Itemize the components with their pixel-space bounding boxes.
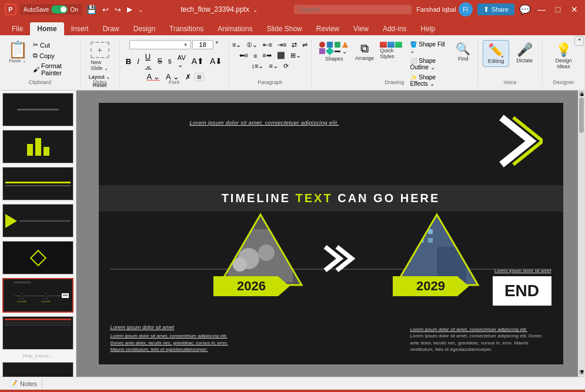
shadow-button[interactable]: s [166, 56, 174, 66]
tab-insert[interactable]: Insert [64, 22, 96, 35]
vertical-scrollbar[interactable]: ▲ ▼ [578, 91, 585, 377]
arrange-button[interactable]: ⧉ Arrange [355, 40, 375, 63]
increase-font-button[interactable]: A⬆ [189, 55, 206, 67]
slide-thumbnail-8[interactable] [2, 130, 73, 163]
shape-outline-button[interactable]: ⬜ Shape Outline ⌄ [407, 56, 451, 72]
align-text-button[interactable]: ≡⌄ [266, 61, 280, 71]
slide-thumbnail-10[interactable] [2, 204, 73, 237]
tab-design[interactable]: Design [126, 22, 162, 35]
title-bar: P AutoSave On 💾 ↩ ↪ ▶ ⌄ tech_flow_23394.… [0, 0, 585, 19]
strikethrough-button[interactable]: S [155, 56, 165, 66]
scroll-thumb[interactable] [579, 98, 584, 133]
slide-item-14[interactable]: 14 FLOW [2, 362, 73, 377]
undo-button[interactable]: ↩ [101, 4, 110, 15]
tab-home[interactable]: Home [30, 22, 63, 35]
slide-item-7[interactable]: 7 [2, 93, 73, 126]
minimize-button[interactable]: — [536, 4, 547, 15]
align-center-button[interactable]: ≡ [251, 51, 259, 61]
underline-button[interactable]: U ⌄ [143, 51, 154, 71]
present-button[interactable]: ▶ [126, 4, 133, 15]
font-size-caret[interactable]: ▼ [215, 40, 219, 49]
tab-slideshow[interactable]: Slide Show [260, 22, 309, 35]
scroll-up-button[interactable]: ▲ [579, 92, 584, 96]
format-painter-button[interactable]: 🖌Format Painter [31, 61, 75, 78]
bullets-button[interactable]: ≡⌄ [230, 40, 243, 50]
slide-thumbnail-9[interactable] [2, 167, 73, 200]
search-input[interactable] [294, 5, 412, 14]
slide-thumbnail-7[interactable] [2, 93, 73, 126]
design-ideas-label: Design Ideas [552, 58, 575, 69]
maximize-button[interactable]: □ [552, 4, 564, 15]
columns-button[interactable]: ⊞⌄ [288, 51, 303, 61]
autosave-toggle[interactable]: AutoSave On [20, 4, 82, 15]
ribbon-group-clipboard: 📋 Paste ⌄ ✂Cut ⧉Copy 🖌Format Painter Cli… [0, 38, 81, 88]
filename-caret[interactable]: ⌄ [253, 6, 258, 13]
redo-button[interactable]: ↪ [113, 4, 122, 15]
align-right-button[interactable]: ≡➡ [260, 51, 273, 61]
tab-addins[interactable]: Add-ins [376, 22, 414, 35]
new-slide-button[interactable]: + NewSlide ⌄ [85, 40, 115, 73]
tab-help[interactable]: Help [414, 22, 443, 35]
line-spacing-button[interactable]: ↕≡⌄ [249, 61, 266, 71]
quick-styles-icon [380, 42, 402, 48]
slide-item-9[interactable]: 9 ★ [2, 167, 73, 200]
shapes-button[interactable]: ⌄ Shapes [316, 40, 352, 63]
slide-item-10[interactable]: 10 [2, 204, 73, 237]
decrease-font-button[interactable]: A⬇ [208, 55, 225, 67]
end-box: Lorem ipsum dolor sit amet END [493, 276, 551, 306]
cut-button[interactable]: ✂Cut [31, 40, 75, 50]
notes-tab[interactable]: 📝 Notes [5, 378, 42, 388]
filename: tech_flow_23394.pptx [180, 5, 249, 14]
dictate-button[interactable]: 🎤 Dictate [512, 40, 537, 67]
autosave-switch[interactable] [51, 5, 68, 14]
share-button[interactable]: ⬆ Share [477, 4, 514, 15]
customize-qat[interactable]: ⌄ [137, 5, 144, 14]
comments-button[interactable]: 💬 [519, 4, 531, 15]
slide-item-11[interactable]: 11 ★ [2, 241, 73, 274]
justify-button[interactable]: ⬛ [275, 51, 288, 61]
italic-button[interactable]: I [135, 56, 142, 67]
slide-canvas[interactable]: Lorem ipsum dolor sit amet, consectetuer… [99, 103, 563, 364]
convert-smartart-button[interactable]: ⇌ [300, 40, 310, 50]
slide-item-12[interactable]: 12 END Lorem ipsum... [2, 278, 73, 313]
slide-thumbnail-12[interactable]: END Lorem ipsum... [2, 278, 73, 313]
app-icon: P [5, 4, 16, 15]
tab-review[interactable]: Review [309, 22, 346, 35]
slide-item-8[interactable]: 8 ★ [2, 130, 73, 163]
char-spacing-button[interactable]: AV ⌄ [175, 53, 188, 70]
slide-item-13[interactable]: 13 Help_Instruc... [2, 316, 73, 359]
slide-thumbnail-13[interactable] [2, 316, 73, 350]
indent-increase-button[interactable]: ⇥≡ [275, 40, 289, 50]
copy-button[interactable]: ⧉Copy [31, 51, 75, 61]
autosave-state: On [70, 6, 78, 13]
tab-view[interactable]: View [346, 22, 376, 35]
align-left-button[interactable]: ⬅≡ [237, 51, 250, 61]
find-button[interactable]: 🔍 Find [454, 40, 473, 63]
end-lorem-label: Lorem ipsum dolor sit amet [494, 268, 551, 273]
save-button[interactable]: 💾 [85, 4, 98, 15]
quick-styles-button[interactable]: Quick Styles [377, 40, 405, 61]
ribbon-collapse-button[interactable]: ⌃ [574, 36, 584, 46]
tab-draw[interactable]: Draw [96, 22, 126, 35]
timeline-text: TIMELINE TEXT CAN GO HERE [222, 192, 440, 205]
rtl-ltr-button[interactable]: ⇄ [289, 40, 299, 50]
bold-button[interactable]: B [123, 56, 133, 67]
font-family-selector[interactable]: ▼ [129, 40, 191, 49]
tab-transitions[interactable]: Transitions [162, 22, 210, 35]
tab-animations[interactable]: Animations [210, 22, 259, 35]
new-slide-icon: + [91, 42, 109, 58]
slide-thumbnail-11[interactable] [2, 241, 73, 274]
close-button[interactable]: ✕ [569, 4, 580, 15]
tab-file[interactable]: File [5, 22, 30, 35]
smartart-button[interactable]: ⟳ [281, 61, 291, 71]
bottom-left-body-text: Lorem ipsum dolor sit amet, consectetuer… [111, 333, 228, 351]
slide-thumbnail-14[interactable]: FLOW [2, 362, 73, 377]
editing-button[interactable]: ✏️ Editing [483, 40, 510, 67]
shape-fill-button[interactable]: 🪣 Shape Fill ⌄ [407, 40, 451, 55]
scroll-down-button[interactable]: ▼ [579, 370, 584, 374]
numbering-button[interactable]: ①⌄ [244, 40, 260, 50]
font-size-selector[interactable]: 18 [192, 40, 213, 49]
paste-button[interactable]: 📋 Paste ⌄ [5, 40, 31, 65]
bottom-right-body-text: Lorem ipsum dolor sit amet, consectetuer… [410, 333, 543, 351]
indent-decrease-button[interactable]: ⇤≡ [260, 40, 274, 50]
